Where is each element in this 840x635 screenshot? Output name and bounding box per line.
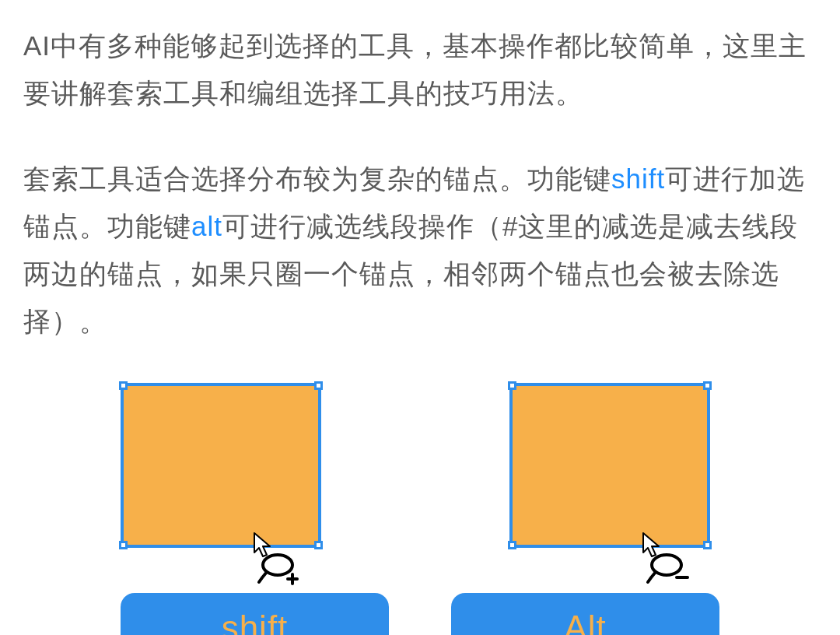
detail-paragraph: 套索工具适合选择分布较为复杂的锚点。功能键shift可进行加选锚点。功能键alt… (23, 155, 817, 346)
lasso-minus-icon (640, 531, 691, 585)
illustration-shift (121, 383, 331, 548)
key-button-row: shift Alt (23, 593, 817, 636)
illustration-row (23, 383, 817, 548)
selection-handle (119, 381, 128, 390)
selection-handle (508, 381, 516, 390)
alt-button-label: Alt (564, 609, 606, 636)
selected-rectangle (509, 383, 710, 548)
selection-handle (703, 541, 712, 549)
lasso-plus-icon (251, 531, 302, 585)
selection-handle (703, 381, 712, 390)
selected-rectangle (121, 383, 321, 548)
alt-button[interactable]: Alt (451, 593, 719, 636)
illustration-alt (509, 383, 719, 548)
selection-handle (314, 381, 323, 390)
intro-paragraph: AI中有多种能够起到选择的工具，基本操作都比较简单，这里主要讲解套索工具和编组选… (23, 22, 817, 118)
selection-handle (508, 541, 516, 549)
intro-text: AI中有多种能够起到选择的工具，基本操作都比较简单，这里主要讲解套索工具和编组选… (23, 30, 807, 108)
selection-handle (314, 541, 323, 549)
shift-keyword: shift (611, 163, 665, 194)
detail-text-a: 套索工具适合选择分布较为复杂的锚点。功能键 (23, 163, 611, 194)
selection-handle (119, 541, 128, 549)
alt-keyword: alt (191, 211, 222, 241)
shift-button[interactable]: shift (121, 593, 389, 636)
shift-button-label: shift (222, 609, 289, 636)
